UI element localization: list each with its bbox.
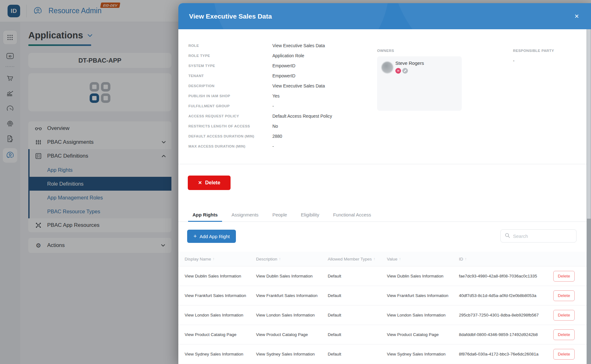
row-delete-button[interactable]: Delete <box>553 271 575 282</box>
table-row: View Sydney Sales Information View Sydne… <box>178 344 587 364</box>
row-delete-button[interactable]: Delete <box>553 290 575 301</box>
row-delete-button[interactable]: Delete <box>553 349 575 360</box>
modal-title: View Executive Sales Data <box>189 13 272 20</box>
field-row: DESCRIPTIONView Executive Sales Data <box>188 83 332 93</box>
table-row: View Product Catalog Page View Product C… <box>178 325 587 344</box>
sort-asc-icon: ↑ <box>279 257 281 261</box>
delete-x-icon: ✕ <box>198 180 202 186</box>
field-row: RESTRICTS LENGTH OF ACCESSNo <box>188 124 332 134</box>
column-header-id[interactable]: ID↑ <box>459 257 553 261</box>
role-detail-modal: View Executive Sales Data ✕ ROLEView Exe… <box>178 3 591 364</box>
phone-icon[interactable] <box>402 68 408 74</box>
search-box <box>500 229 577 243</box>
sort-asc-icon: ↑ <box>465 257 467 261</box>
column-header-display-name[interactable]: Display Name↑ <box>185 257 256 261</box>
section-divider <box>178 164 587 164</box>
tab-app-rights[interactable]: App Rights <box>192 208 218 221</box>
sort-asc-icon: ↑ <box>213 257 215 261</box>
app-rights-table: Display Name↑ Description↑ Allowed Membe… <box>178 252 587 364</box>
sort-asc-icon: ↑ <box>373 257 375 261</box>
field-row: SYSTEM TYPEEmpowerID <box>188 63 332 73</box>
row-delete-button[interactable]: Delete <box>553 310 575 321</box>
field-row: PUBLISH IN IAM SHOPYes <box>188 93 332 104</box>
mail-icon[interactable]: ✉ <box>395 68 401 74</box>
sort-asc-icon: ↑ <box>399 257 401 261</box>
search-icon <box>505 233 510 239</box>
scrollbar-thumb[interactable] <box>587 29 591 219</box>
owners-section: OWNERS Steve Rogers ✉ <box>377 49 462 111</box>
plus-icon: + <box>193 233 197 240</box>
row-delete-button[interactable]: Delete <box>553 329 575 340</box>
table-row: View Frankfurt Sales Information View Fr… <box>178 286 587 305</box>
table-row: View Dublin Sales Information View Dubli… <box>178 266 587 286</box>
tab-eligibility[interactable]: Eligibility <box>301 208 319 221</box>
column-header-description[interactable]: Description↑ <box>256 257 328 261</box>
owner-card: Steve Rogers ✉ <box>377 56 462 111</box>
responsible-party-label: RESPONSIBLE PARTY <box>513 49 554 53</box>
field-row: FULFILLMENT GROUP- <box>188 104 332 114</box>
add-app-right-button[interactable]: + Add App Right <box>187 230 236 243</box>
close-icon[interactable]: ✕ <box>574 13 579 20</box>
delete-role-button[interactable]: ✕ Delete <box>188 176 231 190</box>
tab-assignments[interactable]: Assignments <box>231 208 259 221</box>
field-row: ROLE TYPEApplication Role <box>188 53 332 63</box>
modal-header: View Executive Sales Data ✕ <box>178 3 591 29</box>
field-row: MAX ACCESS DURATION (MIN)- <box>188 144 332 154</box>
search-input[interactable] <box>513 233 572 239</box>
tab-bar: App Rights Assignments People Eligibilit… <box>178 208 587 222</box>
column-header-value[interactable]: Value↑ <box>387 257 459 261</box>
responsible-party-section: RESPONSIBLE PARTY - <box>513 49 554 63</box>
field-row: ROLEView Executive Sales Data <box>188 43 332 53</box>
tab-functional-access[interactable]: Functional Access <box>333 208 371 221</box>
owners-label: OWNERS <box>377 49 462 53</box>
table-row: View London Sales Information View Londo… <box>178 305 587 325</box>
detail-fields: ROLEView Executive Sales Data ROLE TYPEA… <box>188 43 332 154</box>
field-row: ACCESS REQUEST POLICYDefault Access Requ… <box>188 114 332 124</box>
tab-people[interactable]: People <box>272 208 287 221</box>
modal-scrollbar[interactable] <box>587 29 591 364</box>
owner-name: Steve Rogers <box>395 60 424 66</box>
avatar <box>382 62 393 73</box>
field-row: DEFAULT ACCESS DURATION (MIN)2880 <box>188 134 332 144</box>
field-row: TENANTEmpowerID <box>188 73 332 83</box>
table-header: Display Name↑ Description↑ Allowed Membe… <box>178 252 587 266</box>
responsible-party-value: - <box>513 58 554 63</box>
column-header-allowed-member-types[interactable]: Allowed Member Types↑ <box>328 257 387 261</box>
